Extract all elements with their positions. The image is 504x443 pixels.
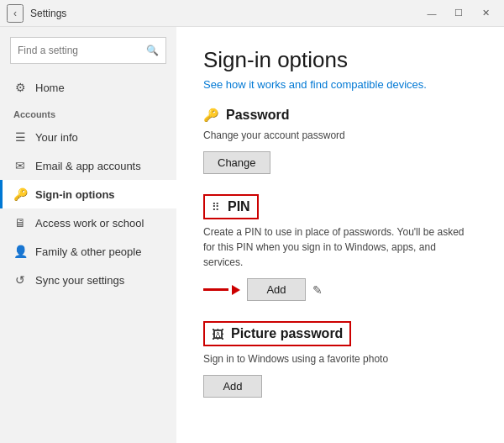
pin-button-row: Add ✎ [203, 278, 477, 301]
app-body: 🔍 ⚙ Home Accounts ☰ Your info ✉ Email & … [0, 27, 504, 443]
pin-section: ⠿ PIN Create a PIN to use in place of pa… [203, 194, 477, 301]
home-icon: ⚙ [13, 81, 27, 94]
password-section: 🔑 Password Change your account password … [203, 108, 477, 174]
titlebar-controls: — ☐ ✕ [420, 5, 497, 22]
picture-password-title: Picture password [231, 326, 343, 341]
back-button[interactable]: ‹ [7, 4, 24, 23]
search-input[interactable] [18, 45, 146, 56]
home-label: Home [35, 82, 65, 94]
picture-password-section: 🖼 Picture password Sign in to Windows us… [203, 321, 477, 398]
titlebar: ‹ Settings — ☐ ✕ [0, 0, 504, 27]
sidebar-item-access-work-school[interactable]: 🖥 Access work or school [0, 208, 176, 237]
pin-title: PIN [228, 199, 250, 214]
family-label: Family & other people [35, 245, 141, 258]
add-pin-button[interactable]: Add [247, 278, 306, 301]
email-icon: ✉ [13, 159, 27, 172]
content-area: Sign-in options See how it works and fin… [176, 27, 504, 443]
sidebar-item-sync-settings[interactable]: ↺ Sync your settings [0, 266, 176, 294]
sync-icon: ↺ [13, 273, 27, 287]
arrow-body [203, 288, 228, 291]
add-picture-password-button[interactable]: Add [203, 375, 262, 398]
sidebar: 🔍 ⚙ Home Accounts ☰ Your info ✉ Email & … [0, 27, 176, 443]
arrow-annotation [203, 285, 240, 295]
sidebar-item-email-app-accounts[interactable]: ✉ Email & app accounts [0, 151, 176, 180]
search-icon: 🔍 [146, 45, 159, 56]
password-title: Password [226, 108, 290, 123]
your-info-icon: ☰ [13, 130, 27, 144]
sidebar-item-family-other-people[interactable]: 👤 Family & other people [0, 237, 176, 266]
briefcase-icon: 🖥 [13, 216, 27, 229]
sign-in-label: Sign-in options [35, 188, 115, 201]
picture-password-icon: 🖼 [212, 327, 224, 341]
maximize-button[interactable]: ☐ [447, 5, 470, 22]
access-work-label: Access work or school [35, 217, 144, 229]
search-box[interactable]: 🔍 [10, 37, 166, 64]
page-title: Sign-in options [203, 47, 477, 73]
titlebar-left: ‹ Settings [7, 4, 66, 23]
minimize-button[interactable]: — [420, 5, 444, 22]
sidebar-section-label: Accounts [0, 101, 176, 123]
sync-label: Sync your settings [35, 274, 124, 287]
pin-icon: ⠿ [212, 201, 221, 214]
picture-password-description: Sign in to Windows using a favorite phot… [203, 351, 472, 367]
email-app-label: Email & app accounts [35, 160, 141, 172]
key-icon: 🔑 [13, 187, 27, 201]
titlebar-title: Settings [30, 8, 66, 19]
arrow-tip [232, 285, 240, 295]
sidebar-item-home[interactable]: ⚙ Home [0, 74, 176, 101]
sidebar-item-sign-in-options[interactable]: 🔑 Sign-in options [0, 180, 176, 208]
password-description: Change your account password [203, 128, 472, 143]
cursor-icon: ✎ [312, 283, 323, 297]
your-info-label: Your info [35, 131, 78, 144]
change-password-button[interactable]: Change [203, 151, 270, 174]
password-icon: 🔑 [203, 108, 219, 123]
sidebar-item-your-info[interactable]: ☰ Your info [0, 123, 176, 151]
close-button[interactable]: ✕ [474, 5, 497, 22]
pin-description: Create a PIN to use in place of password… [203, 224, 472, 270]
subtitle-link[interactable]: See how it works and find compatible dev… [203, 78, 477, 91]
family-icon: 👤 [13, 245, 27, 258]
